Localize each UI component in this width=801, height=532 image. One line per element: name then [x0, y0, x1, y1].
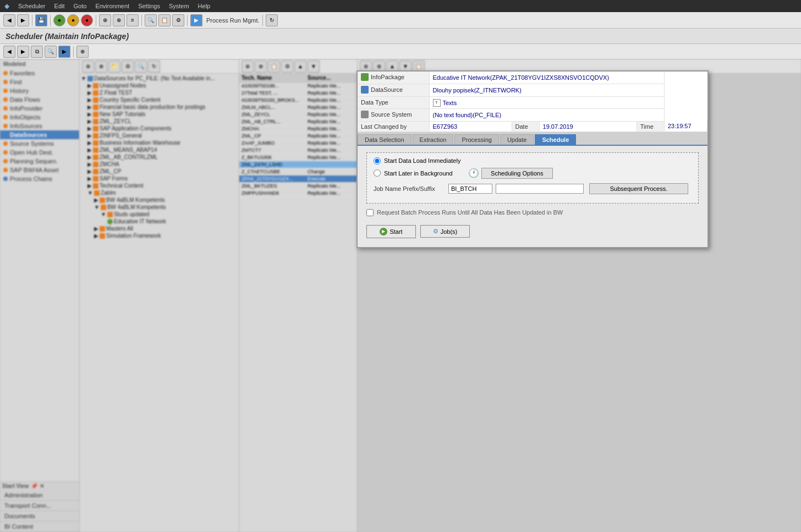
- list-item-9[interactable]: ZAAP_JUMBO Replicato Me...: [239, 140, 357, 147]
- tree-btn-3[interactable]: 📁: [108, 61, 120, 73]
- bottom-nav-close[interactable]: ✕: [40, 483, 44, 489]
- list-item-1[interactable]: 410039T50198... Replicato Me...: [239, 83, 357, 90]
- tree-simulation[interactable]: ▶ Simulation Framework: [81, 232, 238, 239]
- nav-processchains[interactable]: Process Chains: [0, 174, 79, 183]
- nav-documents[interactable]: Documents: [0, 511, 79, 522]
- list-item-12[interactable]: ZML_Z47H_LSHD: [239, 161, 357, 168]
- tool-btn-5[interactable]: 📋: [158, 14, 171, 26]
- tree-zablm[interactable]: ▼ Zablm: [81, 189, 238, 196]
- execute-btn[interactable]: ▶: [190, 14, 202, 26]
- tool-btn-3[interactable]: ≡: [127, 14, 139, 26]
- tree-edu-it[interactable]: Educative IT Network: [81, 218, 238, 225]
- tree-country[interactable]: ▶ Country Specific Content: [81, 96, 238, 103]
- list-btn-2[interactable]: ⊗: [255, 61, 267, 73]
- sub-btn-2[interactable]: ▶: [17, 46, 29, 58]
- menu-system[interactable]: System: [169, 3, 189, 9]
- nav-planning[interactable]: Planning Sequen.: [0, 157, 79, 166]
- tool-btn-2[interactable]: ⊗: [113, 14, 125, 26]
- nav-bicontent[interactable]: BI Content: [0, 522, 79, 532]
- nav-openhub[interactable]: Open Hub Dest.: [0, 148, 79, 157]
- tree-zblm-comp2[interactable]: ▼ BW 4aBLM Kompetents: [81, 204, 238, 211]
- subsequent-process-button[interactable]: Subsequent Process.: [589, 183, 688, 194]
- jobs-button[interactable]: ⚙ Job(s): [420, 225, 470, 238]
- list-item-14[interactable]: ZPAK_21T0YGV1IZX... Execute: [239, 175, 357, 183]
- tree-ztfloat[interactable]: ▶ Z Float TEST: [81, 89, 238, 96]
- list-content[interactable]: 410039T50198... Replicato Me... 27Total …: [239, 83, 357, 532]
- tool-btn-6[interactable]: ⚙: [172, 14, 184, 26]
- tree-financial[interactable]: ▶ Financial basic data production for po…: [81, 103, 238, 111]
- tab-data-selection[interactable]: Data Selection: [358, 134, 412, 145]
- forward-button[interactable]: ▶: [17, 14, 29, 26]
- nav-datasources[interactable]: DataSources: [0, 130, 79, 139]
- nav-favorites[interactable]: Favorites: [0, 69, 79, 78]
- list-item-5[interactable]: ZML_ZEYCL Replicato Me...: [239, 111, 357, 118]
- tree-btn-5[interactable]: 🔍: [135, 61, 147, 73]
- nav-find[interactable]: Find: [0, 78, 79, 86]
- tree-unassigned[interactable]: ▶ Unassigned Nodes: [81, 82, 238, 89]
- menu-goto[interactable]: Goto: [74, 3, 87, 9]
- tool-btn-1[interactable]: ⊕: [99, 14, 111, 26]
- list-item-15[interactable]: ZML_BKTUZES Replicato Me...: [239, 183, 357, 190]
- list-btn-5[interactable]: ▲: [294, 61, 306, 73]
- list-btn-1[interactable]: ⊕: [242, 61, 254, 73]
- tree-zblm-comp1[interactable]: ▶ BW 4aBLM Kompetents: [81, 196, 238, 204]
- list-item-11[interactable]: Z_BKTU1006 Replicato Me...: [239, 154, 357, 161]
- list-btn-4[interactable]: ⚙: [281, 61, 293, 73]
- sub-btn-4[interactable]: 🔍: [45, 46, 57, 58]
- radio-background[interactable]: [374, 169, 381, 177]
- tab-extraction[interactable]: Extraction: [413, 134, 454, 145]
- refresh-btn[interactable]: ↻: [266, 14, 278, 26]
- start-button[interactable]: ▶ Start: [366, 225, 416, 238]
- job-name-suffix-input[interactable]: [496, 184, 584, 194]
- scheduling-options-button[interactable]: Scheduling Options: [481, 168, 553, 179]
- list-btn-3[interactable]: 📋: [268, 61, 280, 73]
- nav-dataflows[interactable]: Data Flows: [0, 95, 79, 104]
- nav-infoprovider[interactable]: InfoProvider: [0, 104, 79, 113]
- menu-help[interactable]: Help: [198, 3, 211, 9]
- tree-btn-2[interactable]: ⊗: [95, 61, 107, 73]
- tab-processing[interactable]: Processing: [454, 134, 498, 145]
- list-item-13[interactable]: Z_CTAETCUSBE Change: [239, 168, 357, 175]
- nav-infoobjects[interactable]: InfoObjects: [0, 113, 79, 122]
- tree-studs[interactable]: ▼ Studs updated: [81, 211, 238, 218]
- tree-btn-4[interactable]: ⚙: [122, 61, 134, 73]
- save-button[interactable]: 💾: [35, 14, 47, 26]
- menu-scheduler[interactable]: Scheduler: [18, 3, 46, 9]
- list-item-7[interactable]: ZMCHA Replicato Me...: [239, 125, 357, 133]
- tree-zcp[interactable]: ▶ ZML_CP: [81, 168, 238, 175]
- list-item-6[interactable]: ZML_AB_CTRL... Replicato Me...: [239, 118, 357, 125]
- list-item-8[interactable]: ZML_CP Replicato Me...: [239, 133, 357, 140]
- tree-btn-1[interactable]: ⊕: [82, 61, 94, 73]
- menu-environment[interactable]: Environment: [95, 3, 129, 9]
- yellow-btn[interactable]: ●: [67, 14, 79, 26]
- sub-btn-6[interactable]: ⊕: [76, 46, 89, 58]
- tree-zinfps[interactable]: ▶ ZINFPS_General: [81, 132, 238, 139]
- list-item-2[interactable]: 27Total TEST, ... Replicato Me...: [239, 90, 357, 97]
- nav-sourcesystems[interactable]: Source Systems: [0, 139, 79, 148]
- tree-sapforms[interactable]: ▶ SAP Forms: [81, 175, 238, 182]
- sub-btn-3[interactable]: ⧉: [31, 46, 43, 58]
- tree-zab[interactable]: ▶ ZML_AB_CONTRLZML: [81, 153, 238, 161]
- tree-zmcha[interactable]: ▶ ZMCHA: [81, 161, 238, 168]
- list-item-3[interactable]: 410039T50150_BROKS... Replicato Me...: [239, 97, 357, 104]
- red-btn[interactable]: ●: [81, 14, 93, 26]
- batch-checkbox[interactable]: [366, 209, 374, 216]
- list-item-16[interactable]: ZMPPUSHAND6 Replicato Me...: [239, 190, 357, 197]
- nav-transport[interactable]: Transport Conn...: [0, 501, 79, 511]
- tree-technical[interactable]: ▶ Technical Content: [81, 182, 238, 189]
- menu-edit[interactable]: Edit: [54, 3, 65, 9]
- tree-zml[interactable]: ▶ ZML_ZEYCL: [81, 118, 238, 125]
- tree-zmeans[interactable]: ▶ ZML_MEANS_ABAP14: [81, 146, 238, 153]
- nav-history[interactable]: History: [0, 86, 79, 95]
- tree-newsap[interactable]: ▶ New SAP Tutorials: [81, 111, 238, 118]
- tree-sapapp[interactable]: ▶ SAP Application Components: [81, 125, 238, 132]
- tree-btn-6[interactable]: ↻: [148, 61, 160, 73]
- nav-asset[interactable]: SAP BW/4A Asset: [0, 166, 79, 174]
- tool-btn-4[interactable]: 🔍: [145, 14, 157, 26]
- tree-masterall[interactable]: ▶ Masters All: [81, 225, 238, 232]
- list-item-10[interactable]: ZMTCT7 Replicato Me...: [239, 147, 357, 154]
- tree-bi-dw[interactable]: ▶ Business Information Warehouse: [81, 139, 238, 146]
- menu-settings[interactable]: Settings: [138, 3, 160, 9]
- green-btn-1[interactable]: ●: [53, 14, 65, 26]
- sub-btn-5[interactable]: ▶: [58, 46, 70, 58]
